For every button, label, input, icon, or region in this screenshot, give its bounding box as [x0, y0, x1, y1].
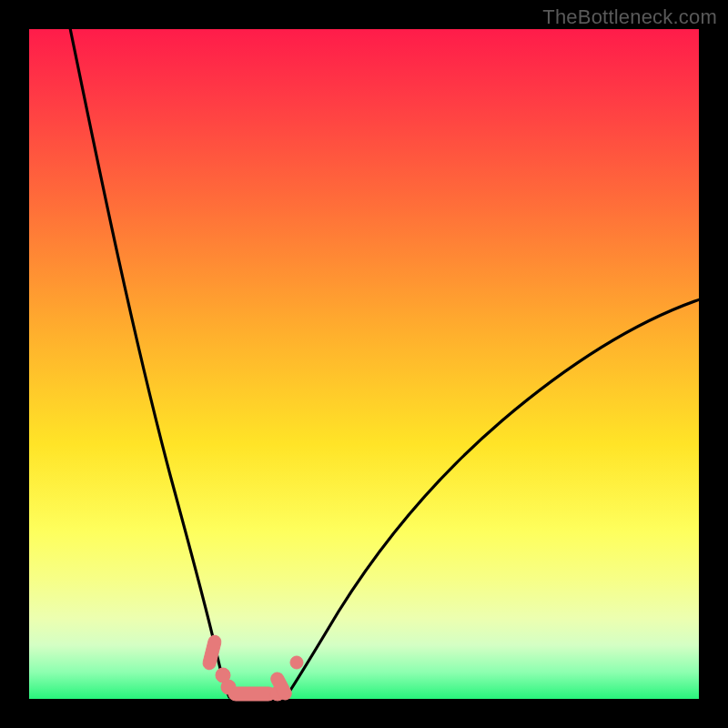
right-curve — [286, 298, 703, 697]
chart-frame: TheBottleneck.com — [0, 0, 728, 728]
chart-svg — [29, 29, 699, 699]
trough-markers — [202, 634, 303, 703]
watermark-text: TheBottleneck.com — [542, 5, 717, 29]
left-curve — [69, 24, 229, 697]
svg-rect-3 — [228, 687, 276, 701]
svg-point-6 — [290, 656, 303, 669]
